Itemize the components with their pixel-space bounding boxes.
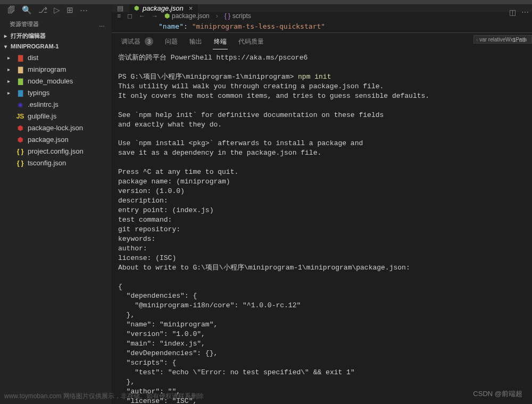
sidebar-header: 资源管理器 … xyxy=(0,16,111,30)
back-icon[interactable]: ← xyxy=(139,12,145,20)
npm-icon: ⬢ xyxy=(164,12,170,20)
bookmark-icon[interactable]: ◻ xyxy=(127,12,132,20)
folder-icon: ▇ xyxy=(16,65,24,74)
chevron-right-icon: › xyxy=(216,12,218,20)
sidebar: 资源管理器 … ▸ 打开的编辑器 ▾ MINIPROGRAM-1 ▸▇dist … xyxy=(0,4,112,404)
json-icon: { } xyxy=(16,147,24,156)
file-tree: ▸▇dist ▸▇miniprogram ▸▇node_modules ▸▇ty… xyxy=(0,51,111,404)
chevron-down-icon: ▾ xyxy=(2,44,9,49)
tab-problems[interactable]: 问题 xyxy=(160,34,183,49)
chevron-right-icon: ▸ xyxy=(7,76,13,87)
tree-item-file[interactable]: JSgulpfile.js xyxy=(0,111,111,122)
tab-debug[interactable]: 调试器 3 xyxy=(116,34,159,49)
extensions-icon[interactable]: ⊞ xyxy=(66,5,73,15)
tab-label: package.json xyxy=(143,4,184,12)
more-icon[interactable]: ⋯ xyxy=(80,5,88,15)
breadcrumb-file[interactable]: ⬢ package.json xyxy=(164,12,210,20)
folder-icon: ▇ xyxy=(16,54,24,62)
section-project[interactable]: ▾ MINIPROGRAM-1 xyxy=(0,41,111,51)
npm-icon: ⬢ xyxy=(134,5,139,12)
json-icon: { } xyxy=(16,159,24,167)
forward-icon[interactable]: → xyxy=(152,12,158,20)
close-icon[interactable]: × xyxy=(189,4,193,12)
tree-item-file[interactable]: ⬢package.json xyxy=(0,134,111,146)
debug-icon[interactable]: ▷ xyxy=(54,5,60,15)
watermark-right: CSDN @前端超 xyxy=(473,389,522,399)
sidebar-more-icon[interactable]: … xyxy=(99,21,105,28)
tree-item-folder[interactable]: ▸▇node_modules xyxy=(0,75,111,87)
source-control-icon[interactable]: ⎇ xyxy=(38,5,47,15)
titlebar xyxy=(0,0,532,4)
tab-codelens[interactable]: 代码质量 xyxy=(233,34,269,49)
folder-icon: ▇ xyxy=(16,89,24,97)
tab-package-json[interactable]: ⬢ package.json × xyxy=(129,4,198,12)
editor-line[interactable]: "name": "miniprogram-ts-less-quickstart" xyxy=(112,20,532,32)
breadcrumb-part[interactable]: { } scripts xyxy=(225,12,251,20)
more-icon[interactable]: ⋯ xyxy=(521,8,529,16)
folder-icon: ▇ xyxy=(16,77,24,86)
panel-tabs: 调试器 3 问题 输出 终端 代码质量 1: no xyxy=(112,33,532,50)
search-icon[interactable]: 🔍 xyxy=(22,5,32,15)
tree-item-file[interactable]: ◉.eslintrc.js xyxy=(0,99,111,111)
split-editor-icon[interactable]: ◫ xyxy=(509,8,516,16)
files-icon[interactable]: 🗐 xyxy=(7,5,15,15)
editor-tabs: ▤ ⬢ package.json × ◫ ⋯ xyxy=(112,4,532,12)
breadcrumb: ≡ ◻ ← → ⬢ package.json › { } scripts xyxy=(112,12,532,20)
section-open-editors[interactable]: ▸ 打开的编辑器 xyxy=(0,30,111,41)
chevron-right-icon: ▸ xyxy=(7,53,13,63)
watermark-left: www.toymoban.com 网络图片仅供展示，非存储。如有侵权请联系删除 xyxy=(4,392,204,401)
js-icon: JS xyxy=(16,112,24,121)
npm-icon: ⬢ xyxy=(16,124,24,132)
terminal[interactable]: 尝试新的跨平台 PowerShell https://aka.ms/pscore… xyxy=(112,50,532,404)
menu-icon[interactable]: ≡ xyxy=(117,12,121,20)
sidebar-toggle-icon[interactable]: ▤ xyxy=(117,4,123,12)
chevron-right-icon: ▸ xyxy=(2,33,9,39)
editor-area: ▤ ⬢ package.json × ◫ ⋯ ≡ ◻ ← → ⬢ package… xyxy=(112,4,532,404)
tree-item-folder[interactable]: ▸▇miniprogram xyxy=(0,64,111,75)
tree-item-folder[interactable]: ▸▇typings xyxy=(0,87,111,99)
tab-output[interactable]: 输出 xyxy=(184,34,207,49)
sidebar-title: 资源管理器 xyxy=(10,20,39,28)
chevron-right-icon: ▸ xyxy=(7,88,13,98)
tree-item-file[interactable]: ⬢package-lock.json xyxy=(0,122,111,134)
tab-terminal[interactable]: 终端 xyxy=(209,34,232,49)
eslint-icon: ◉ xyxy=(16,100,24,109)
terminal-selector[interactable]: 1: no xyxy=(513,37,526,43)
debug-badge: 3 xyxy=(145,37,153,46)
chevron-right-icon: ▸ xyxy=(7,64,13,75)
tree-item-folder[interactable]: ▸▇dist xyxy=(0,52,111,64)
top-toolbar: 🗐 🔍 ⎇ ▷ ⊞ ⋯ xyxy=(7,5,88,15)
braces-icon: { } xyxy=(225,12,230,20)
tree-item-file[interactable]: { }project.config.json xyxy=(0,146,111,157)
bottom-panel: 调试器 3 问题 输出 终端 代码质量 1: no 尝试新的跨平台 PowerS… xyxy=(112,32,532,404)
tree-item-file[interactable]: { }tsconfig.json xyxy=(0,157,111,169)
npm-icon: ⬢ xyxy=(16,136,24,144)
